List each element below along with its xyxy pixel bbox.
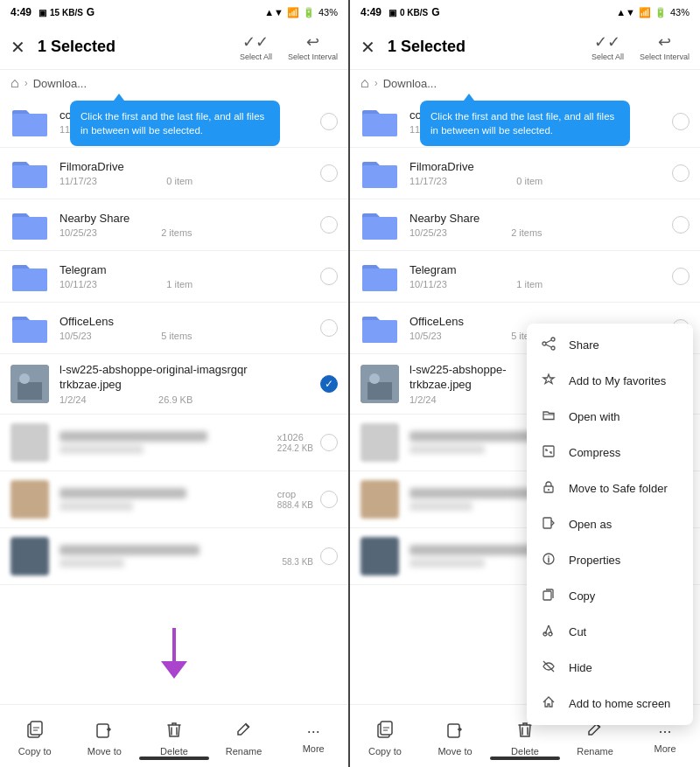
svg-rect-9	[368, 382, 392, 400]
file-checkbox[interactable]	[320, 216, 338, 234]
file-list[interactable]: composedDone 11/27/23 0 item FilmoraDriv…	[0, 96, 348, 704]
homescreen-icon	[541, 695, 556, 712]
star-icon	[541, 373, 556, 389]
file-thumbnail-blurred	[360, 480, 399, 519]
menu-item-cut[interactable]: Cut	[527, 614, 693, 650]
menu-label-safefolder: Move to Safe folder	[569, 482, 668, 495]
file-checkbox[interactable]	[672, 113, 690, 130]
copy-to-button-right[interactable]: Copy to	[350, 720, 420, 757]
svg-rect-17	[543, 518, 551, 528]
menu-item-properties[interactable]: Properties	[527, 542, 693, 578]
file-info: Telegram 10/11/23 1 item	[410, 263, 665, 290]
list-item[interactable]: Telegram 10/11/23 1 item	[350, 251, 700, 303]
svg-point-19	[548, 555, 550, 557]
file-info: Telegram 10/11/23 1 item	[60, 263, 313, 290]
rename-button[interactable]: Rename	[209, 720, 279, 757]
file-thumbnail	[10, 365, 49, 403]
list-item[interactable]: 58.3 KB	[0, 528, 348, 585]
file-checkbox-checked[interactable]	[320, 375, 338, 393]
file-info-blurred	[60, 431, 270, 454]
breadcrumb-separator: ›	[24, 77, 28, 89]
svg-rect-20	[543, 591, 551, 600]
file-thumbnail-blurred	[360, 423, 399, 462]
file-checkbox[interactable]	[672, 216, 690, 234]
menu-item-compress[interactable]: Compress	[527, 435, 693, 471]
file-checkbox[interactable]	[320, 434, 338, 451]
menu-item-openwith[interactable]: Open with	[527, 399, 693, 435]
select-all-icon: ✓✓	[242, 32, 269, 52]
list-item[interactable]: x1026224.2 KB	[0, 415, 348, 471]
list-item[interactable]: Nearby Share 10/25/23 2 items	[0, 199, 348, 251]
menu-label-homescreen: Add to home screen	[569, 697, 670, 710]
file-thumbnail-blurred	[10, 423, 49, 462]
file-checkbox[interactable]	[672, 268, 690, 285]
list-item[interactable]: Telegram 10/11/23 1 item	[0, 251, 348, 303]
menu-item-hide[interactable]: Hide	[527, 650, 693, 686]
more-icon: ···	[307, 722, 320, 741]
menu-label-openwith: Open with	[569, 410, 620, 423]
file-info: FilmoraDrive 11/17/23 0 item	[60, 160, 313, 187]
home-indicator-right	[490, 757, 560, 760]
file-size: x1026224.2 KB	[277, 432, 313, 453]
more-button-right[interactable]: ··· More	[630, 722, 700, 754]
menu-item-copy[interactable]: Copy	[527, 578, 693, 614]
folder-open-icon	[541, 408, 556, 425]
home-icon-right[interactable]: ⌂	[360, 75, 369, 91]
hide-icon	[541, 659, 556, 676]
home-icon[interactable]: ⌂	[10, 75, 19, 91]
menu-item-safefolder[interactable]: Move to Safe folder	[527, 471, 693, 506]
move-to-button[interactable]: Move to	[70, 720, 140, 757]
copy-to-button[interactable]: Copy to	[0, 720, 70, 757]
list-item[interactable]: OfficeLens 10/5/23 5 items	[0, 303, 348, 354]
file-checkbox[interactable]	[320, 164, 338, 182]
breadcrumb-separator-right: ›	[374, 77, 378, 89]
file-info: l-sw225-abshoppe-original-imagsrgqrtrkbz…	[60, 363, 313, 405]
folder-icon	[360, 157, 399, 190]
folder-icon	[360, 105, 399, 138]
select-all-button[interactable]: ✓✓ Select All	[240, 32, 272, 61]
copy-icon	[541, 588, 556, 604]
select-interval-button-right[interactable]: ↩ Select Interval	[640, 32, 690, 61]
delete-button[interactable]: Delete	[139, 720, 209, 757]
lock-icon	[541, 480, 556, 497]
file-checkbox[interactable]	[320, 319, 338, 337]
info-icon	[541, 552, 556, 568]
list-item[interactable]: l-sw225-abshoppe-original-imagsrgqrtrkbz…	[0, 354, 348, 415]
list-item[interactable]: Nearby Share 10/25/23 2 items	[350, 199, 700, 251]
menu-item-share[interactable]: Share	[527, 327, 693, 363]
file-checkbox[interactable]	[320, 268, 338, 285]
file-name: Telegram	[60, 263, 313, 278]
file-info-blurred	[60, 488, 270, 511]
file-checkbox[interactable]	[320, 547, 338, 565]
folder-icon	[10, 311, 49, 345]
move-to-button-right[interactable]: Move to	[420, 720, 490, 757]
folder-icon	[10, 260, 49, 293]
select-interval-button[interactable]: ↩ Select Interval	[288, 32, 338, 61]
close-button[interactable]: ✕	[10, 37, 25, 58]
list-item[interactable]: FilmoraDrive 11/17/23 0 item	[0, 148, 348, 199]
close-button-right[interactable]: ✕	[360, 37, 375, 58]
list-item[interactable]: FilmoraDrive 11/17/23 0 item	[350, 148, 700, 199]
file-meta: 1/2/24 26.9 KB	[60, 394, 313, 405]
file-checkbox[interactable]	[320, 491, 338, 508]
copy-to-icon-right	[375, 720, 395, 743]
file-checkbox[interactable]	[672, 164, 690, 182]
compress-icon	[541, 444, 556, 461]
menu-item-openas[interactable]: Open as	[527, 506, 693, 542]
svg-rect-14	[543, 446, 554, 457]
select-interval-icon-right: ↩	[658, 32, 671, 52]
menu-label-favorites: Add to My favorites	[569, 374, 666, 387]
list-item[interactable]: crop888.4 KB	[0, 471, 348, 528]
svg-marker-4	[161, 661, 187, 679]
menu-label-cut: Cut	[569, 625, 586, 638]
status-icons-right: ▲▼ 📶 🔋 43%	[616, 7, 690, 18]
more-button[interactable]: ··· More	[278, 722, 348, 754]
file-checkbox[interactable]	[320, 113, 338, 130]
tooltip-box-right: Click the first and the last file, and a…	[420, 101, 630, 146]
folder-icon	[360, 311, 399, 345]
select-all-button-right[interactable]: ✓✓ Select All	[592, 32, 624, 61]
menu-item-homescreen[interactable]: Add to home screen	[527, 686, 693, 722]
svg-point-16	[548, 489, 550, 491]
file-info: Nearby Share 10/25/23 2 items	[410, 212, 665, 239]
menu-item-favorites[interactable]: Add to My favorites	[527, 363, 693, 399]
